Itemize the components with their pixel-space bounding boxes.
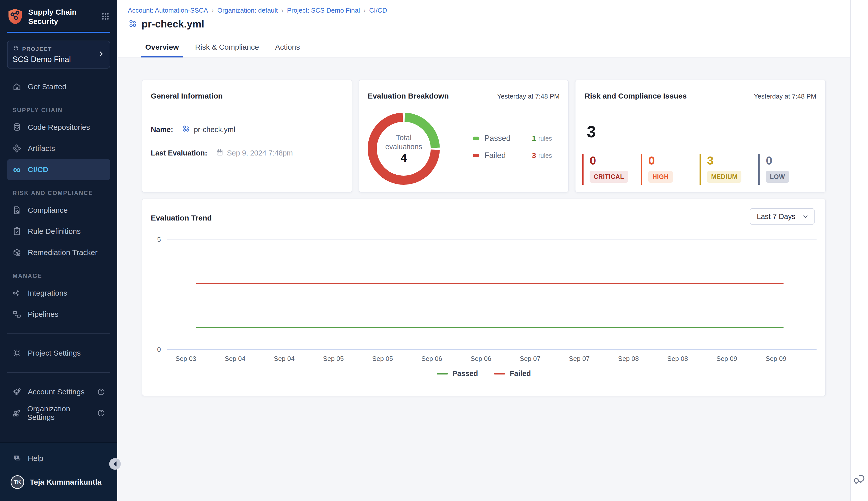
artifacts-icon [12,144,22,153]
sidebar-item-cicd[interactable]: ∞CI/CD [7,159,110,180]
legend-dot [473,137,479,140]
sidebar-collapse-handle[interactable] [109,458,121,470]
sidebar-item-integrations[interactable]: Integrations [7,283,110,304]
legend-swatch [494,373,505,374]
tab-overview[interactable]: Overview [144,36,180,57]
app-title: Supply Chain Security [28,8,86,26]
brand-accent-rule [7,32,110,33]
svg-text:Sep 04: Sep 04 [225,355,245,362]
svg-text:Sep 03: Sep 03 [176,355,196,362]
donut-center-label: Total evaluations [382,133,426,151]
severity-badge: LOW [766,171,789,183]
legend-unit: rules [538,152,552,159]
sidebar-item-organization-settings[interactable]: Organization Settings [7,403,110,424]
breadcrumb-separator: › [281,7,284,14]
card-timestamp: Yesterday at 7:48 PM [754,93,816,100]
breadcrumb-link[interactable]: Account: Automation-SSCA [128,7,208,14]
sidebar-item-help[interactable]: ? Help [7,448,110,469]
evaluation-breakdown-card: Evaluation Breakdown Yesterday at 7:48 P… [359,79,569,193]
sidebar-item-label: Organization Settings [27,404,91,422]
sidebar-section-label: MANAGE [7,273,110,279]
svg-text:Sep 06: Sep 06 [421,355,442,362]
svg-text:Sep 07: Sep 07 [569,355,589,362]
sidebar-section-label: RISK AND COMPLIANCE [7,190,110,196]
info-icon[interactable] [97,388,105,396]
org-gear-icon [12,408,21,418]
sidebar-item-get-started[interactable]: Get Started [7,76,110,97]
severity-count: 0 [766,155,817,166]
name-row: Name: pr-check.yml [151,125,343,135]
sidebar-item-label: Artifacts [28,144,55,153]
legend-swatch [437,373,448,374]
tab-risk-compliance[interactable]: Risk & Compliance [194,36,260,57]
sidebar-item-compliance[interactable]: Compliance [7,200,110,221]
last-evaluation-value: Sep 9, 2024 7:48pm [227,149,293,157]
trend-legend-failed: Failed [494,370,531,378]
severity-count: 0 [648,155,700,166]
sidebar-item-rule-definitions[interactable]: Rule Definitions [7,221,110,242]
sidebar-item-code-repositories[interactable]: Code Repositories [7,117,110,138]
supply-chain-security-logo-icon [7,8,23,26]
sidebar-item-label: Code Repositories [28,123,90,131]
sidebar-item-label: Project Settings [28,349,81,358]
svg-text:?: ? [15,456,17,459]
legend-label: Failed [510,370,531,378]
svg-text:0: 0 [157,346,161,353]
breadcrumb-separator: › [212,7,214,14]
time-range-select[interactable]: Last 7 Days [750,209,815,225]
svg-text:Sep 08: Sep 08 [667,355,688,362]
trend-legend: PassedFailed [142,370,825,378]
legend-unit: rules [538,135,552,142]
severity-critical: 0CRITICAL [582,154,641,185]
breadcrumb-separator: › [363,7,366,14]
project-selector[interactable]: PROJECT SCS Demo Final [7,41,110,68]
brand-row: Supply Chain Security [0,0,117,26]
calendar-icon [216,148,223,158]
breadcrumb-link[interactable]: Organization: default [217,7,278,14]
pipelines-icon [12,310,22,319]
breadcrumb-link[interactable]: Project: SCS Demo Final [287,7,360,14]
severity-badge: MEDIUM [707,171,741,183]
breadcrumb-link[interactable]: CI/CD [369,7,387,14]
breadcrumb: Account: Automation-SSCA›Organization: d… [128,7,840,14]
apps-grid-icon[interactable] [101,12,110,22]
box-shield-icon [12,248,22,257]
user-menu[interactable]: TK Teja Kummarikuntla [7,471,110,493]
risk-compliance-issues-card: Risk and Compliance Issues Yesterday at … [575,79,826,193]
breakdown-legend: Passed1rulesFailed3rules [473,134,552,160]
page-title: pr-check.yml [142,18,204,30]
tab-actions[interactable]: Actions [274,36,301,57]
info-icon[interactable] [97,409,105,417]
card-title: Risk and Compliance Issues [585,92,687,100]
sidebar-item-project-settings[interactable]: Project Settings [7,342,110,364]
chat-bubbles-icon[interactable] [854,474,866,487]
doc-search-icon [12,206,22,215]
integrations-icon [12,289,22,298]
gear-icon [12,349,22,358]
sidebar-item-account-settings[interactable]: Account Settings [7,381,110,403]
sidebar-item-remediation-tracker[interactable]: Remediation Tracker [7,242,110,263]
trend-legend-passed: Passed [437,370,478,378]
pipeline-icon [128,19,137,30]
right-rail [850,0,868,501]
legend-label: Failed [484,151,523,160]
layers-gear-icon [12,387,22,396]
legend-label: Passed [452,370,478,378]
sidebar: Supply Chain Security PROJECT SCS Demo F… [0,0,117,501]
svg-text:Sep 07: Sep 07 [520,355,541,362]
sidebar-item-label: CI/CD [28,165,49,174]
page-header: Account: Automation-SSCA›Organization: d… [117,0,850,36]
sidebar-item-label: Compliance [28,206,67,214]
evaluations-donut-chart: Total evaluations 4 [367,112,440,185]
user-name: Teja Kummarikuntla [30,478,102,487]
severity-badge: CRITICAL [589,171,628,183]
sidebar-item-artifacts[interactable]: Artifacts [7,138,110,159]
sidebar-item-pipelines[interactable]: Pipelines [7,304,110,325]
sidebar-item-label: Get Started [28,82,66,91]
sidebar-footer-nav: Project SettingsAccount SettingsOrganiza… [0,333,117,424]
severity-low: 0LOW [758,154,817,185]
clipboard-check-icon [12,227,22,236]
severity-count: 0 [589,155,641,166]
time-range-value: Last 7 Days [757,212,795,221]
chevron-right-icon [97,50,105,58]
